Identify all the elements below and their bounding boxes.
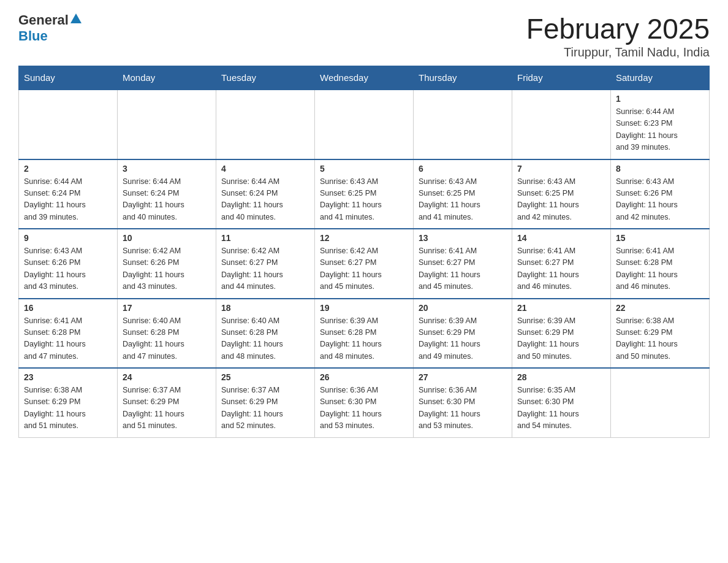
- calendar-cell: 4Sunrise: 6:44 AM Sunset: 6:24 PM Daylig…: [216, 159, 315, 229]
- col-wednesday: Wednesday: [315, 66, 414, 90]
- day-number: 12: [320, 233, 408, 243]
- day-number: 9: [24, 233, 112, 243]
- calendar-cell: 7Sunrise: 6:43 AM Sunset: 6:25 PM Daylig…: [512, 159, 611, 229]
- day-number: 14: [517, 233, 605, 243]
- calendar-body: 1Sunrise: 6:44 AM Sunset: 6:23 PM Daylig…: [19, 90, 710, 437]
- day-number: 24: [123, 372, 211, 382]
- day-info: Sunrise: 6:36 AM Sunset: 6:30 PM Dayligh…: [320, 385, 408, 432]
- calendar-cell: [216, 90, 315, 159]
- day-info: Sunrise: 6:43 AM Sunset: 6:25 PM Dayligh…: [517, 176, 605, 224]
- day-number: 8: [616, 164, 704, 174]
- day-info: Sunrise: 6:42 AM Sunset: 6:27 PM Dayligh…: [221, 245, 309, 293]
- calendar-cell: 21Sunrise: 6:39 AM Sunset: 6:29 PM Dayli…: [512, 299, 611, 369]
- calendar-cell: 22Sunrise: 6:38 AM Sunset: 6:29 PM Dayli…: [611, 299, 710, 369]
- day-number: 4: [221, 164, 309, 174]
- calendar-cell: 8Sunrise: 6:43 AM Sunset: 6:26 PM Daylig…: [611, 159, 710, 229]
- day-number: 3: [123, 164, 211, 174]
- calendar-cell: [118, 90, 216, 159]
- calendar-header: Sunday Monday Tuesday Wednesday Thursday…: [19, 66, 710, 90]
- col-saturday: Saturday: [611, 66, 710, 90]
- col-friday: Friday: [512, 66, 611, 90]
- calendar-cell: 13Sunrise: 6:41 AM Sunset: 6:27 PM Dayli…: [414, 229, 512, 299]
- day-info: Sunrise: 6:39 AM Sunset: 6:28 PM Dayligh…: [320, 315, 408, 363]
- day-number: 7: [517, 164, 605, 174]
- day-number: 5: [320, 164, 408, 174]
- day-number: 18: [221, 303, 309, 313]
- day-info: Sunrise: 6:44 AM Sunset: 6:24 PM Dayligh…: [123, 176, 211, 224]
- calendar-cell: 27Sunrise: 6:36 AM Sunset: 6:30 PM Dayli…: [414, 368, 512, 437]
- day-info: Sunrise: 6:40 AM Sunset: 6:28 PM Dayligh…: [221, 315, 309, 363]
- day-number: 23: [24, 372, 112, 382]
- day-info: Sunrise: 6:41 AM Sunset: 6:27 PM Dayligh…: [419, 245, 507, 293]
- title-block: February 2025 Tiruppur, Tamil Nadu, Indi…: [526, 12, 710, 59]
- day-number: 1: [616, 94, 704, 104]
- col-sunday: Sunday: [19, 66, 118, 90]
- calendar-cell: 23Sunrise: 6:38 AM Sunset: 6:29 PM Dayli…: [19, 368, 118, 437]
- day-info: Sunrise: 6:44 AM Sunset: 6:24 PM Dayligh…: [221, 176, 309, 224]
- calendar-cell: 12Sunrise: 6:42 AM Sunset: 6:27 PM Dayli…: [315, 229, 414, 299]
- day-number: 19: [320, 303, 408, 313]
- day-info: Sunrise: 6:41 AM Sunset: 6:28 PM Dayligh…: [24, 315, 112, 363]
- day-info: Sunrise: 6:38 AM Sunset: 6:29 PM Dayligh…: [616, 315, 704, 363]
- logo: General Blue: [18, 12, 82, 44]
- calendar-cell: 18Sunrise: 6:40 AM Sunset: 6:28 PM Dayli…: [216, 299, 315, 369]
- col-monday: Monday: [118, 66, 216, 90]
- calendar-week-4: 16Sunrise: 6:41 AM Sunset: 6:28 PM Dayli…: [19, 299, 710, 369]
- calendar-cell: [512, 90, 611, 159]
- calendar-cell: 11Sunrise: 6:42 AM Sunset: 6:27 PM Dayli…: [216, 229, 315, 299]
- day-number: 6: [419, 164, 507, 174]
- day-info: Sunrise: 6:38 AM Sunset: 6:29 PM Dayligh…: [24, 385, 112, 432]
- calendar-cell: 17Sunrise: 6:40 AM Sunset: 6:28 PM Dayli…: [118, 299, 216, 369]
- calendar-cell: 3Sunrise: 6:44 AM Sunset: 6:24 PM Daylig…: [118, 159, 216, 229]
- col-thursday: Thursday: [414, 66, 512, 90]
- day-info: Sunrise: 6:39 AM Sunset: 6:29 PM Dayligh…: [419, 315, 507, 363]
- day-info: Sunrise: 6:43 AM Sunset: 6:26 PM Dayligh…: [24, 245, 112, 293]
- calendar-week-3: 9Sunrise: 6:43 AM Sunset: 6:26 PM Daylig…: [19, 229, 710, 299]
- day-info: Sunrise: 6:42 AM Sunset: 6:27 PM Dayligh…: [320, 245, 408, 293]
- calendar-cell: 16Sunrise: 6:41 AM Sunset: 6:28 PM Dayli…: [19, 299, 118, 369]
- day-info: Sunrise: 6:44 AM Sunset: 6:23 PM Dayligh…: [616, 106, 704, 154]
- calendar-week-5: 23Sunrise: 6:38 AM Sunset: 6:29 PM Dayli…: [19, 368, 710, 437]
- day-number: 11: [221, 233, 309, 243]
- day-number: 15: [616, 233, 704, 243]
- logo-blue-text: Blue: [18, 28, 82, 44]
- day-info: Sunrise: 6:44 AM Sunset: 6:24 PM Dayligh…: [24, 176, 112, 224]
- day-number: 16: [24, 303, 112, 313]
- day-info: Sunrise: 6:36 AM Sunset: 6:30 PM Dayligh…: [419, 385, 507, 432]
- day-number: 13: [419, 233, 507, 243]
- calendar-cell: 26Sunrise: 6:36 AM Sunset: 6:30 PM Dayli…: [315, 368, 414, 437]
- calendar-cell: 5Sunrise: 6:43 AM Sunset: 6:25 PM Daylig…: [315, 159, 414, 229]
- day-info: Sunrise: 6:43 AM Sunset: 6:25 PM Dayligh…: [419, 176, 507, 224]
- calendar-cell: 15Sunrise: 6:41 AM Sunset: 6:28 PM Dayli…: [611, 229, 710, 299]
- header-row: Sunday Monday Tuesday Wednesday Thursday…: [19, 66, 710, 90]
- calendar-title: February 2025: [526, 12, 710, 45]
- calendar-cell: 1Sunrise: 6:44 AM Sunset: 6:23 PM Daylig…: [611, 90, 710, 159]
- day-info: Sunrise: 6:41 AM Sunset: 6:28 PM Dayligh…: [616, 245, 704, 293]
- col-tuesday: Tuesday: [216, 66, 315, 90]
- calendar-cell: 20Sunrise: 6:39 AM Sunset: 6:29 PM Dayli…: [414, 299, 512, 369]
- day-number: 27: [419, 372, 507, 382]
- page-header: General Blue February 2025 Tiruppur, Tam…: [18, 12, 710, 59]
- calendar-week-2: 2Sunrise: 6:44 AM Sunset: 6:24 PM Daylig…: [19, 159, 710, 229]
- logo-general-text: General: [18, 12, 69, 28]
- calendar-cell: [611, 368, 710, 437]
- day-info: Sunrise: 6:41 AM Sunset: 6:27 PM Dayligh…: [517, 245, 605, 293]
- calendar-cell: 24Sunrise: 6:37 AM Sunset: 6:29 PM Dayli…: [118, 368, 216, 437]
- calendar-cell: 10Sunrise: 6:42 AM Sunset: 6:26 PM Dayli…: [118, 229, 216, 299]
- calendar-cell: [19, 90, 118, 159]
- day-number: 2: [24, 164, 112, 174]
- day-number: 20: [419, 303, 507, 313]
- calendar-week-1: 1Sunrise: 6:44 AM Sunset: 6:23 PM Daylig…: [19, 90, 710, 159]
- day-number: 25: [221, 372, 309, 382]
- day-info: Sunrise: 6:39 AM Sunset: 6:29 PM Dayligh…: [517, 315, 605, 363]
- calendar-cell: 28Sunrise: 6:35 AM Sunset: 6:30 PM Dayli…: [512, 368, 611, 437]
- day-info: Sunrise: 6:40 AM Sunset: 6:28 PM Dayligh…: [123, 315, 211, 363]
- calendar-cell: 14Sunrise: 6:41 AM Sunset: 6:27 PM Dayli…: [512, 229, 611, 299]
- day-info: Sunrise: 6:35 AM Sunset: 6:30 PM Dayligh…: [517, 385, 605, 432]
- calendar-cell: 6Sunrise: 6:43 AM Sunset: 6:25 PM Daylig…: [414, 159, 512, 229]
- day-info: Sunrise: 6:43 AM Sunset: 6:26 PM Dayligh…: [616, 176, 704, 224]
- calendar-cell: 2Sunrise: 6:44 AM Sunset: 6:24 PM Daylig…: [19, 159, 118, 229]
- calendar-cell: 19Sunrise: 6:39 AM Sunset: 6:28 PM Dayli…: [315, 299, 414, 369]
- calendar-subtitle: Tiruppur, Tamil Nadu, India: [526, 45, 710, 59]
- calendar-cell: 9Sunrise: 6:43 AM Sunset: 6:26 PM Daylig…: [19, 229, 118, 299]
